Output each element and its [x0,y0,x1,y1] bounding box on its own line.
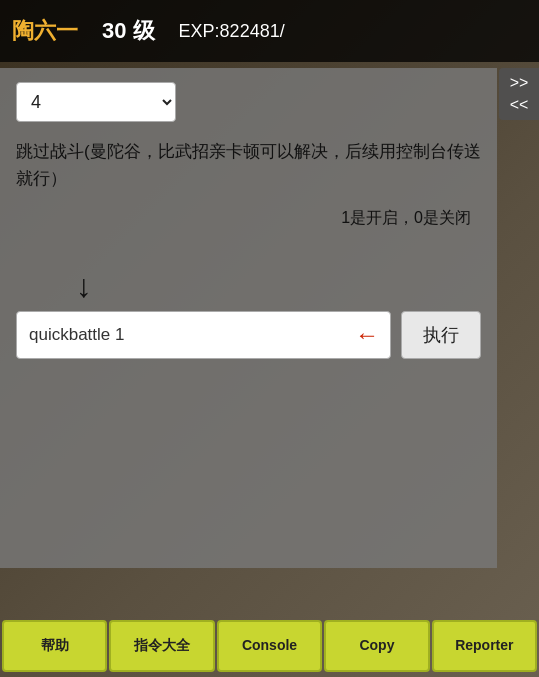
command-row: ← 执行 [16,311,481,359]
description-area: 跳过战斗(曼陀谷，比武招亲卡顿可以解决，后续用控制台传送就行） 1是开启，0是关… [16,138,481,258]
hint-text: 1是开启，0是关闭 [16,208,481,229]
dropdown-row: 4 1 2 3 5 [16,82,481,122]
player-level: 30 级 [102,16,155,46]
command-input-wrapper: ← [16,311,391,359]
main-panel: 4 1 2 3 5 跳过战斗(曼陀谷，比武招亲卡顿可以解决，后续用控制台传送就行… [0,68,497,568]
copy-button[interactable]: Copy [324,620,429,672]
down-arrow-icon: ↓ [76,268,92,305]
command-input[interactable] [16,311,391,359]
nav-backward[interactable]: << [502,94,537,116]
nav-arrows: >> << [499,68,539,120]
quantity-dropdown[interactable]: 4 1 2 3 5 [16,82,176,122]
header-bar: 陶六一 30 级 EXP:822481/ [0,0,539,62]
bottom-toolbar: 帮助 指令大全 Console Copy Reporter [0,614,539,677]
commands-button[interactable]: 指令大全 [109,620,214,672]
main-description: 跳过战斗(曼陀谷，比武招亲卡顿可以解决，后续用控制台传送就行） [16,138,481,192]
arrow-indicator: ↓ [16,268,481,305]
reporter-button[interactable]: Reporter [432,620,537,672]
help-button[interactable]: 帮助 [2,620,107,672]
player-exp: EXP:822481/ [179,21,285,42]
console-button[interactable]: Console [217,620,322,672]
player-name: 陶六一 [12,16,78,46]
nav-forward[interactable]: >> [502,72,537,94]
execute-button[interactable]: 执行 [401,311,481,359]
